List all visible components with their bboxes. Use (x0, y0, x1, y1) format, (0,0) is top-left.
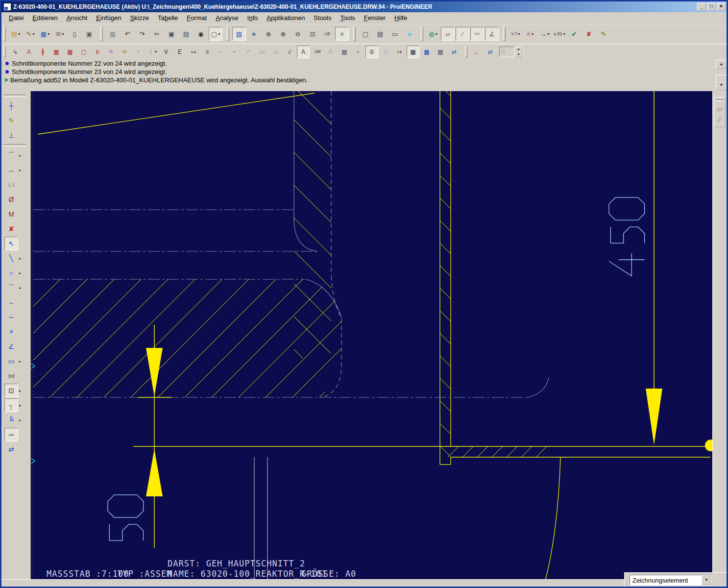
paste-special-button[interactable]: ▥ (106, 27, 120, 41)
datum-planes-toggle[interactable]: ▱ (441, 27, 455, 41)
corner-trim-button-flyout[interactable]: ▸ (19, 403, 21, 408)
line-button-flyout[interactable]: ▸ (19, 256, 21, 261)
circle-button-flyout[interactable]: ▸ (19, 271, 21, 275)
wireframe-button[interactable]: ▢ (359, 27, 372, 41)
paste-button[interactable]: ▤ (179, 27, 193, 41)
mail-button-dropdown[interactable]: ▾ (62, 32, 64, 36)
table-display-button[interactable]: ▤ (434, 46, 447, 58)
slant-dimension-button[interactable]: ⁄ (242, 46, 255, 58)
dimension-boundary-button[interactable]: .1M (311, 46, 323, 58)
drawing-models-button[interactable]: ∟ (470, 46, 483, 58)
move-to-sheet-button[interactable]: ↪ (393, 46, 406, 58)
symbol-library-button[interactable]: ▱ (269, 46, 282, 58)
update-table-button[interactable]: ⇄ (448, 46, 461, 58)
fill-area-button[interactable]: ▦ (50, 46, 63, 58)
edge-button-flyout[interactable]: ▸ (19, 359, 21, 364)
close-button[interactable]: × (717, 3, 726, 11)
rename-button[interactable]: AB (320, 27, 334, 41)
csys-toggle[interactable]: ∠ (485, 27, 499, 41)
menu-hilfe[interactable]: Hilfe (390, 13, 412, 23)
snap-lines-button[interactable]: ⋮▾ (146, 46, 159, 58)
menu-einfügen[interactable]: Einfügen (92, 13, 125, 23)
menu-format[interactable]: Format (182, 13, 211, 23)
point-button[interactable]: × (4, 325, 18, 339)
datum-points-toggle[interactable]: ×× (470, 27, 484, 41)
evaluate-button[interactable]: E (173, 46, 186, 58)
chevron-down-icon[interactable]: ▼ (702, 575, 711, 585)
zoom-in-button[interactable]: ⊕ (276, 27, 290, 41)
reference-dimension-button[interactable]: (..) (4, 178, 18, 192)
menu-stools[interactable]: Stools (309, 13, 336, 23)
spinner-down-icon[interactable]: ▼ (514, 52, 523, 57)
refit-button[interactable]: ⊛ (262, 27, 275, 41)
spinner-up-icon[interactable]: ▲ (514, 47, 523, 52)
menu-analyse[interactable]: Analyse (211, 13, 243, 23)
axis-display-icon[interactable]: ∕ (714, 114, 725, 125)
arc-button-flyout[interactable]: ▸ (19, 286, 21, 290)
repaint-button[interactable]: ▨ (232, 27, 246, 41)
tolerance-button-dropdown[interactable]: ▾ (563, 32, 565, 36)
layers-button[interactable]: ≡ (335, 27, 349, 41)
minimize-button[interactable]: _ (697, 3, 706, 11)
hidden-line-button[interactable]: ▤ (373, 27, 387, 41)
find-balloon-button[interactable]: ① (365, 46, 378, 58)
plane-display-icon[interactable]: ▱ (714, 103, 725, 114)
scroll-up-icon[interactable]: ▲ (716, 60, 727, 69)
menu-editieren[interactable]: Editieren (28, 13, 62, 23)
context-help-button[interactable]: ↖?▾ (509, 27, 522, 41)
perimeter-dimension-button[interactable]: ⌒ (4, 148, 18, 162)
save-button[interactable]: ▦▾ (38, 27, 52, 41)
offset-button-flyout[interactable]: ▸ (19, 418, 21, 422)
axis-button[interactable]: ╂ (36, 46, 49, 58)
select-button[interactable]: ↖ (4, 237, 18, 250)
offset-button[interactable]: ╚ (4, 413, 18, 427)
dimension-format-button[interactable]: ═ (4, 428, 18, 441)
save-button-dropdown[interactable]: ▾ (48, 32, 49, 36)
fill-area2-button[interactable]: ▩ (64, 46, 76, 58)
message-scrollbar[interactable]: ▲ ▼ (716, 60, 726, 90)
chamfer-button[interactable]: ∠ (4, 340, 18, 353)
dimension-display-button[interactable]: d₁▾ (523, 27, 537, 41)
menu-info[interactable]: Info (243, 13, 263, 23)
flag-note-button[interactable]: A (297, 46, 310, 58)
snap-lines-button-dropdown[interactable]: ▾ (155, 49, 157, 54)
note-style-button[interactable]: ▭ (256, 46, 268, 58)
open-button[interactable]: ▤▾ (9, 27, 23, 41)
update-sketch-button[interactable]: ⇄ (4, 442, 18, 456)
toolbar-grip[interactable] (3, 95, 26, 97)
zoom-window-button[interactable]: ⊡ (306, 27, 319, 41)
toolbar-grip[interactable] (465, 46, 467, 58)
circle-button[interactable]: ○ (4, 266, 18, 280)
copy-button[interactable]: ▣ (165, 27, 178, 41)
open-button-dropdown[interactable]: ▾ (18, 32, 20, 36)
dimension-display-button-dropdown[interactable]: ▾ (532, 32, 534, 36)
measure-dimension-button[interactable]: M (4, 207, 18, 221)
menu-applikationen[interactable]: Applikationen (262, 13, 309, 23)
delete-dimension-button[interactable]: ✘ (4, 222, 18, 236)
toolbar-grip[interactable] (227, 26, 229, 41)
spin-center-button[interactable]: ∗ (247, 27, 261, 41)
select-box-button[interactable]: ⊡ (4, 384, 18, 397)
toolbar-grip[interactable] (3, 46, 6, 58)
linear-dimension-button[interactable]: ↔ (4, 163, 18, 177)
select-rect-button[interactable]: ▢▾ (209, 27, 222, 41)
undo-button[interactable]: ↶ (121, 27, 134, 41)
note-button[interactable]: A (23, 46, 35, 58)
cancel-button[interactable]: ✘ (582, 27, 596, 41)
table-lines-button[interactable]: ≡ (201, 46, 214, 58)
spline-button[interactable]: ∼ (4, 310, 18, 324)
drawing-canvas[interactable]: DARST: GEH_HAUPTSCHNITT_2 MASSSTAB :7:10… (31, 91, 714, 583)
corner-trim-button[interactable]: ┐ (4, 398, 18, 412)
context-help-button-dropdown[interactable]: ▾ (518, 32, 520, 36)
toolbar-grip[interactable] (421, 26, 423, 41)
toolbar-grip[interactable] (503, 26, 506, 41)
edit-sketch-button[interactable]: ✎ (597, 27, 610, 41)
table-button[interactable]: ▦ (407, 46, 419, 58)
balloon-button[interactable]: b (91, 46, 104, 58)
no-hidden-button[interactable]: ▭ (388, 27, 402, 41)
ruler-button[interactable]: ↔▾ (538, 27, 552, 41)
orient-button-dropdown[interactable]: ▾ (436, 32, 437, 36)
arc-button[interactable]: ⌒ (4, 281, 18, 294)
find-button[interactable]: ◉ (194, 27, 208, 41)
mirror-button[interactable]: ⋈ (4, 369, 18, 383)
